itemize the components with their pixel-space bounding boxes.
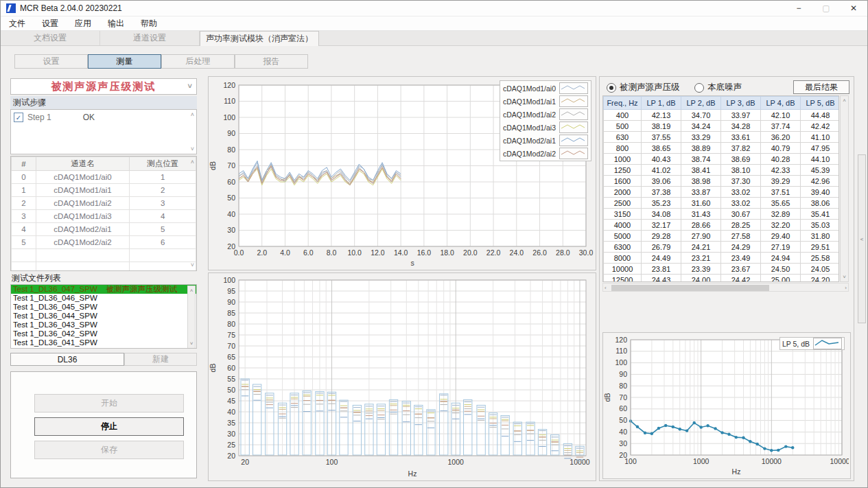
legend-entry[interactable]: cDAQ1Mod1/ai1 <box>503 95 588 108</box>
step-checkbox[interactable]: ✓ <box>14 113 23 122</box>
list-item[interactable]: Test 1_DL36_046_SPW <box>11 294 196 303</box>
legend-line-icon <box>559 135 588 146</box>
scrollbar-thumb[interactable] <box>611 285 769 291</box>
menu-application[interactable]: 应用 <box>67 18 99 30</box>
result-column-header[interactable]: LP 3, dB <box>721 97 761 110</box>
table-row[interactable]: 100040.4338.7438.6940.2844.10 <box>604 154 840 165</box>
scroll-up-icon[interactable]: ˄ <box>191 159 194 165</box>
steps-list[interactable]: ✓ Step 1 OK ˄ ˅ <box>10 109 197 154</box>
table-row[interactable]: 5cDAQ1Mod2/ai26 <box>12 236 196 249</box>
table-row[interactable]: 80038.6538.8937.8240.7947.95 <box>604 143 840 154</box>
table-cell <box>36 249 130 262</box>
table-cell: 36.20 <box>761 132 801 143</box>
table-row[interactable]: 1cDAQ1Mod1/ai12 <box>12 184 196 197</box>
new-button[interactable]: 新建 <box>124 353 197 366</box>
table-row[interactable]: 1000023.8123.3923.6724.5024.05 <box>604 264 840 275</box>
subtab-measure[interactable]: 测量 <box>88 54 161 69</box>
svg-text:100: 100 <box>615 358 627 367</box>
table-cell: 34.28 <box>721 121 761 132</box>
table-row[interactable]: 4cDAQ1Mod2/ai15 <box>12 223 196 236</box>
table-cell: 400 <box>604 110 642 121</box>
table-row[interactable]: 250035.2331.6033.0235.6538.06 <box>604 198 840 209</box>
menu-output[interactable]: 输出 <box>99 18 132 30</box>
legend-entry[interactable]: cDAQ1Mod2/ai1 <box>503 134 588 147</box>
scroll-down-icon[interactable]: ˅ <box>191 262 194 268</box>
table-row[interactable]: 630026.7924.2124.2927.1929.51 <box>604 242 840 253</box>
close-button[interactable]: ✕ <box>840 1 867 16</box>
table-row[interactable]: 40042.1334.7033.9742.1044.48 <box>604 110 840 121</box>
legend-entry[interactable]: cDAQ1Mod2/ai2 <box>503 147 588 160</box>
svg-text:10000: 10000 <box>570 458 589 466</box>
lp5-spectrum-chart[interactable]: 2030405060708090100110120100100010000100… <box>603 333 849 477</box>
svg-text:20: 20 <box>227 452 235 460</box>
table-row[interactable]: 800024.4923.2123.4924.9425.58 <box>604 253 840 264</box>
svg-text:50: 50 <box>227 386 235 394</box>
file-list-scrollbar[interactable]: ˄˅ <box>187 286 196 349</box>
channel-col-index[interactable]: # <box>12 157 36 171</box>
maximize-button[interactable]: ▢ <box>812 1 840 16</box>
menu-help[interactable]: 帮助 <box>132 18 165 30</box>
tab-channel-settings[interactable]: 通道设置 <box>100 31 200 45</box>
list-item[interactable]: Test 1_DL36_042_SPW <box>11 329 196 338</box>
list-item[interactable]: Test 1_DL36_041_SPW <box>11 338 196 347</box>
scroll-left-icon[interactable]: ‹ <box>605 285 607 291</box>
radio-source-level[interactable]: 被测声源声压级 <box>607 82 680 93</box>
final-result-button[interactable]: 最后结果 <box>793 80 849 94</box>
menu-settings[interactable]: 设置 <box>34 18 67 30</box>
list-item[interactable]: Test 1_DL36_043_SPW <box>11 321 196 329</box>
stop-button[interactable]: 停止 <box>34 417 184 436</box>
subtab-report[interactable]: 报告 <box>235 54 308 69</box>
table-row[interactable]: 500029.2827.9027.5829.4031.80 <box>604 231 840 242</box>
channel-col-name[interactable]: 通道名 <box>36 157 130 171</box>
table-row[interactable]: 400032.1728.6628.2532.2035.03 <box>604 220 840 231</box>
list-item[interactable]: Test 1_DL36_047_SPW 被测声源声压级测试 <box>11 285 196 294</box>
table-row[interactable]: 2cDAQ1Mod1/ai23 <box>12 197 196 210</box>
channel-col-position[interactable]: 测点位置 <box>130 157 196 171</box>
table-cell: 4 <box>130 210 196 223</box>
table-row[interactable]: 63037.5533.2933.6136.2041.10 <box>604 132 840 143</box>
menu-file[interactable]: 文件 <box>1 18 34 30</box>
result-column-header[interactable]: LP 4, dB <box>761 97 801 110</box>
dl36-button[interactable]: DL36 <box>10 353 124 366</box>
list-item[interactable]: Test 1_DL36_045_SPW <box>11 303 196 312</box>
channel-table[interactable]: # 通道名 测点位置 0cDAQ1Mod1/ai011cDAQ1Mod1/ai1… <box>11 156 196 271</box>
subtab-postprocess[interactable]: 后处理 <box>161 54 235 69</box>
scroll-up-icon[interactable]: ˄ <box>191 112 194 118</box>
spectrum-bar-chart[interactable]: 2025303540455055606570758085909510020100… <box>209 273 594 479</box>
legend-entry[interactable]: cDAQ1Mod1/ai2 <box>503 108 588 121</box>
start-button[interactable]: 开始 <box>34 394 184 413</box>
scroll-right-icon[interactable]: › <box>845 285 847 291</box>
table-row[interactable]: 0cDAQ1Mod1/ai01 <box>12 171 196 184</box>
table-row[interactable]: 125041.0238.4138.1042.3345.39 <box>604 165 840 176</box>
test-file-list[interactable]: ˄˅ Test 1_DL36_047_SPW 被测声源声压级测试Test 1_D… <box>10 284 197 349</box>
result-column-header[interactable]: LP 2, dB <box>681 97 721 110</box>
tab-document-settings[interactable]: 文档设置 <box>1 31 100 45</box>
table-row[interactable]: 315034.0831.4330.6732.8935.41 <box>604 209 840 220</box>
list-item[interactable]: Test 1_DL36_044_SPW <box>11 312 196 321</box>
result-table-vscrollbar[interactable]: ˄˅ <box>840 95 849 282</box>
result-table-hscrollbar[interactable]: ‹ › <box>602 283 849 292</box>
radio-background-label: 本底噪声 <box>707 82 742 93</box>
table-row[interactable]: 1250024.4324.0024.4225.0024.20 <box>604 275 840 283</box>
scroll-down-icon[interactable]: ˅ <box>191 146 194 152</box>
table-cell: 40.28 <box>761 154 801 165</box>
test-type-dropdown[interactable]: 被测声源声压级测试 ˅ <box>10 78 197 95</box>
result-column-header[interactable]: Freq., Hz <box>604 97 642 110</box>
lp5-chart-panel: 2030405060708090100110120100100010000100… <box>602 332 851 479</box>
tab-sound-power-module[interactable]: 声功率测试模块（消声室法） <box>200 31 319 46</box>
table-row[interactable]: 3cDAQ1Mod1/ai34 <box>12 210 196 223</box>
result-column-header[interactable]: LP 5, dB <box>801 97 840 110</box>
result-table[interactable]: Freq., HzLP 1, dBLP 2, dBLP 3, dBLP 4, d… <box>603 96 839 282</box>
table-row[interactable]: 200037.3833.8733.0237.5139.40 <box>604 187 840 198</box>
save-button[interactable]: 保存 <box>34 441 184 459</box>
legend-entry[interactable]: cDAQ1Mod1/ai3 <box>503 121 588 134</box>
table-cell: 37.82 <box>721 143 761 154</box>
legend-entry[interactable]: cDAQ1Mod1/ai0 <box>503 82 588 95</box>
subtab-setup[interactable]: 设置 <box>14 54 88 69</box>
minimize-button[interactable]: − <box>785 1 812 16</box>
table-row[interactable]: 50038.1934.2434.2837.7442.42 <box>604 121 840 132</box>
table-row[interactable]: 160039.0638.9837.3039.2942.96 <box>604 176 840 187</box>
panel-collapse-handle[interactable]: < <box>858 154 866 323</box>
radio-background-noise[interactable]: 本底噪声 <box>694 82 742 93</box>
result-column-header[interactable]: LP 1, dB <box>642 97 681 110</box>
